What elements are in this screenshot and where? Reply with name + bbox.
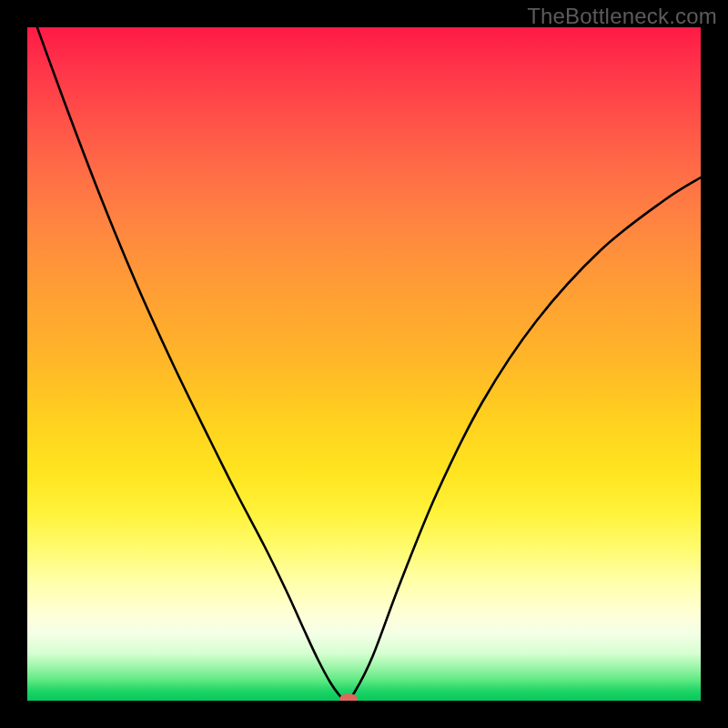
watermark-text: TheBottleneck.com [527,4,717,29]
curve-layer [27,27,701,701]
chart-frame: TheBottleneck.com [0,0,728,728]
bottleneck-curve [27,27,701,701]
min-marker [339,693,358,701]
plot-area [27,27,701,701]
